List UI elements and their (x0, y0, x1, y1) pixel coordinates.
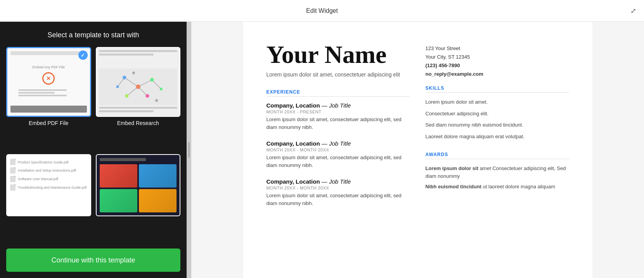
template-thumb-file-list[interactable]: Product Specifications Guide.pdf Install… (6, 154, 91, 216)
r-line-2 (99, 54, 154, 56)
file-row-3: Software User Manual.pdf (10, 176, 87, 182)
svg-point-9 (145, 94, 149, 98)
r-line-3 (99, 107, 178, 109)
svg-line-0 (124, 78, 138, 87)
svg-point-10 (125, 94, 128, 98)
selected-checkmark: ✓ (78, 50, 88, 60)
contact-phone: (123) 456-7890 (426, 61, 569, 70)
file-label-3: Software User Manual.pdf (18, 177, 58, 181)
job-desc-1: Lorem ipsum dolor sit amet, consectetuer… (267, 116, 410, 131)
job-company-2: Company, Location (267, 140, 320, 147)
contact-city: Your City, ST 12345 (426, 53, 569, 61)
file-text-1: Product Specifications Guide.pdf (18, 160, 87, 164)
pdf-line-1 (18, 89, 67, 91)
job-date-3: MONTH 20XX - MONTH 20XX (267, 186, 410, 190)
job-company-3: Company, Location (267, 178, 320, 185)
pdf-header-bar (10, 51, 87, 55)
pdf-preview: Embed Any PDF File ✕ (7, 48, 90, 116)
file-label-2: Installation and Setup Instructions.pdf (18, 169, 76, 172)
svg-line-5 (152, 80, 161, 89)
magazine-covers-grid (100, 164, 177, 212)
skill-2: Consectetuer adipiscing elit. (426, 110, 569, 118)
award-1-bold: Lorem ipsum dolor sit (426, 165, 479, 171)
svg-line-1 (138, 80, 152, 87)
pdf-line-3 (18, 95, 67, 96)
job-title-1: Company, Location — Job Title (267, 102, 410, 109)
header-title: Edit Widget (306, 7, 338, 14)
job-company-1: Company, Location (267, 102, 320, 109)
template-label-embed-research: Embed Research (117, 120, 159, 126)
template-selector-panel: Select a template to start with ✓ Embed … (0, 22, 187, 278)
expand-icon[interactable]: ⤢ (630, 7, 636, 15)
templates-grid: ✓ Embed Any PDF File ✕ (6, 47, 180, 239)
template-item-embed-research[interactable]: Embed Research (96, 47, 181, 149)
template-item-embed-pdf[interactable]: ✓ Embed Any PDF File ✕ (6, 47, 91, 149)
r-line-4 (99, 110, 154, 112)
svg-point-14 (155, 99, 158, 102)
job-role-3: Job Title (329, 178, 351, 185)
file-row-4: Troubleshooting and Maintenance Guide.pd… (10, 184, 87, 191)
pdf-body-text: Embed Any PDF File (32, 65, 65, 69)
svg-point-7 (123, 76, 126, 79)
pdf-lines (18, 89, 79, 96)
continue-button[interactable]: Continue with this template (6, 248, 180, 272)
file-label-4: Troubleshooting and Maintenance Guide.pd… (18, 186, 87, 189)
svg-point-11 (116, 85, 119, 88)
contact-email: no_reply@example.com (426, 70, 569, 78)
magazine-cover-4 (139, 189, 177, 212)
template-thumb-embed-pdf[interactable]: ✓ Embed Any PDF File ✕ (6, 47, 91, 117)
template-item-file-list[interactable]: Product Specifications Guide.pdf Install… (6, 154, 91, 240)
divider-handle (188, 142, 190, 158)
document-right-column: 123 Your Street Your City, ST 12345 (123… (426, 41, 569, 274)
template-thumb-embed-research[interactable] (96, 47, 181, 117)
file-row-2: Installation and Setup Instructions.pdf (10, 167, 87, 174)
svg-point-12 (159, 88, 162, 90)
job-date-1: MONTH 20XX - PRESENT (267, 109, 410, 114)
svg-point-13 (132, 72, 135, 75)
file-label-1: Product Specifications Guide.pdf (18, 160, 87, 164)
template-label-embed-pdf: Embed PDF File (29, 120, 69, 126)
svg-point-8 (150, 78, 154, 82)
job-role-2: Job Title (329, 140, 351, 147)
award-2: Nibh euismod tincidunt ut laoreet dolore… (426, 183, 569, 191)
magazine-header (100, 158, 146, 161)
research-bottom-lines (99, 107, 178, 114)
job-role-1: Job Title (329, 102, 351, 109)
file-icon-1 (10, 159, 16, 165)
awards-section: AWARDS Lorem ipsum dolor sit amet Consec… (426, 152, 569, 191)
pdf-body: Embed Any PDF File ✕ (10, 57, 87, 104)
panel-title: Select a template to start with (47, 31, 139, 39)
skill-1: Lorem ipsum dolor sit amet. (426, 98, 569, 106)
job-title-3: Company, Location — Job Title (267, 178, 410, 185)
research-preview (97, 48, 180, 116)
job-entry-2: Company, Location — Job Title MONTH 20XX… (267, 140, 410, 169)
network-diagram (99, 68, 178, 105)
job-entry-3: Company, Location — Job Title MONTH 20XX… (267, 178, 410, 207)
skills-header: SKILLS (426, 85, 569, 93)
template-item-magazine[interactable] (96, 154, 181, 240)
award-2-bold: Nibh euismod tincidunt (426, 184, 481, 189)
document-left-column: Your Name Lorem ipsum dolor sit amet, co… (267, 41, 410, 274)
document-preview-panel: Your Name Lorem ipsum dolor sit amet, co… (191, 22, 644, 278)
magazine-preview (97, 155, 180, 215)
job-title-2: Company, Location — Job Title (267, 140, 410, 147)
file-icon-2 (10, 167, 16, 174)
file-icon-4 (10, 184, 16, 191)
skill-3: Sed diam nonummy nibh euismod tincidunt. (426, 121, 569, 129)
skill-4: Laoreet dolore magna aliquam erat volutp… (426, 133, 569, 141)
svg-point-6 (136, 85, 140, 89)
job-desc-2: Lorem ipsum dolor sit amet, consectetuer… (267, 154, 410, 169)
contact-street: 123 Your Street (426, 44, 569, 53)
pdf-footer (10, 106, 87, 113)
magazine-cover-2 (139, 164, 177, 188)
experience-header: EXPERIENCE (267, 89, 410, 97)
job-date-2: MONTH 20XX - MONTH 20XX (267, 148, 410, 152)
award-1: Lorem ipsum dolor sit amet Consectetuer … (426, 165, 569, 180)
document-name: Your Name (267, 41, 410, 68)
file-icon-3 (10, 176, 16, 182)
research-map (99, 68, 178, 105)
document-preview: Your Name Lorem ipsum dolor sit amet, co… (243, 22, 592, 278)
template-thumb-magazine[interactable] (96, 154, 181, 216)
pdf-line-2 (18, 92, 55, 94)
magazine-cover-1 (100, 164, 137, 188)
